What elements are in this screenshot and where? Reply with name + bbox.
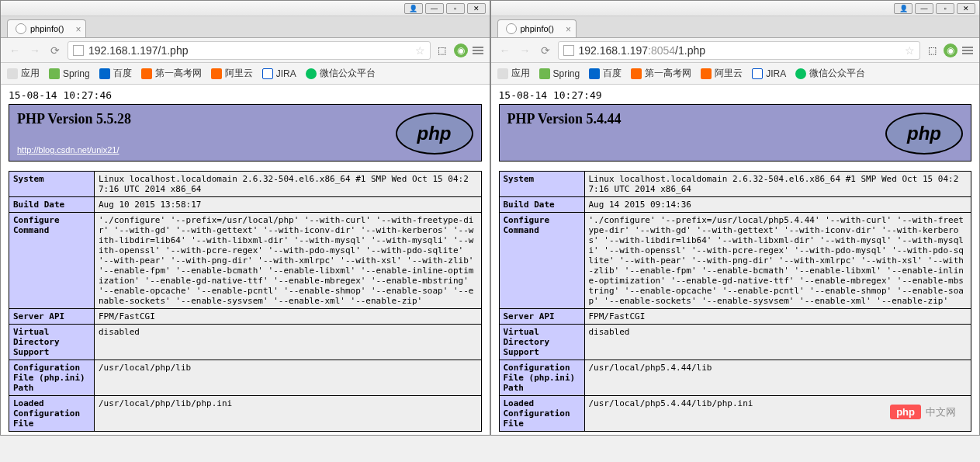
table-row: Virtual Directory Supportdisabled	[499, 325, 971, 360]
menu-icon[interactable]	[473, 47, 483, 54]
phpinfo-table: SystemLinux localhost.localdomain 2.6.32…	[499, 171, 972, 432]
table-row: Virtual Directory Supportdisabled	[9, 325, 482, 360]
php-logo: php	[885, 113, 963, 155]
url-bar: ← → ⟳ 192.168.1.197:8054/1.php ☆ ⬚ ◉	[491, 38, 980, 63]
table-row: Build DateAug 14 2015 09:14:36	[499, 197, 971, 213]
url-input[interactable]: 192.168.1.197:8054/1.php ☆	[558, 41, 921, 60]
spring-icon	[539, 68, 550, 79]
tab-close-icon[interactable]: ×	[75, 24, 81, 35]
browser-tab[interactable]: phpinfo() ×	[497, 19, 577, 37]
aliyun-icon	[211, 68, 222, 79]
reload-button[interactable]: ⟳	[47, 43, 63, 58]
maximize-button[interactable]: ▫	[936, 3, 954, 14]
tab-bar: phpinfo() ×	[491, 16, 980, 38]
close-button[interactable]: ✕	[467, 3, 486, 14]
aliyun-icon	[701, 68, 712, 79]
forward-button[interactable]: →	[27, 43, 43, 58]
table-row: Configure Command'./configure' '--prefix…	[499, 213, 971, 309]
table-row: Loaded Configuration File/usr/local/php/…	[9, 396, 482, 432]
watermark-text: 中文网	[926, 405, 956, 419]
table-row: Server APIFPM/FastCGI	[9, 309, 482, 325]
page-content: 15-08-14 10:27:46 PHP Version 5.5.28 htt…	[1, 85, 490, 435]
bookmark-spring[interactable]: Spring	[49, 68, 90, 79]
bookmark-jira[interactable]: JIRA	[752, 68, 786, 79]
apps-icon	[7, 68, 18, 79]
page-icon	[506, 23, 517, 34]
back-button[interactable]: ←	[7, 43, 23, 58]
table-row: Configuration File (php.ini) Path/usr/lo…	[499, 360, 971, 396]
maximize-button[interactable]: ▫	[446, 3, 465, 14]
url-text: 192.168.1.197:8054/1.php	[579, 44, 902, 57]
reload-button[interactable]: ⟳	[538, 43, 553, 58]
bookmark-gaokao[interactable]: 第一高考网	[141, 67, 202, 80]
browser-window-right: 👤 — ▫ ✕ phpinfo() × ← → ⟳ 192.168.1.197:…	[490, 0, 981, 436]
table-row: Configure Command'./configure' '--prefix…	[9, 213, 482, 309]
tab-close-icon[interactable]: ×	[566, 24, 571, 35]
bookmark-apps[interactable]: 应用	[7, 67, 40, 80]
tab-title: phpinfo()	[30, 24, 64, 33]
bookmarks-bar: 应用 Spring 百度 第一高考网 阿里云 JIRA 微信公众平台	[1, 63, 490, 85]
titlebar: 👤 — ▫ ✕	[1, 1, 490, 16]
close-button[interactable]: ✕	[957, 3, 975, 14]
watermark: php 中文网	[890, 405, 956, 419]
bookmark-apps[interactable]: 应用	[497, 67, 530, 80]
table-row: SystemLinux localhost.localdomain 2.6.32…	[9, 172, 482, 197]
phpinfo-table: SystemLinux localhost.localdomain 2.6.32…	[9, 171, 482, 432]
jira-icon	[752, 68, 763, 79]
phpinfo-header: PHP Version 5.4.44 php	[499, 104, 972, 162]
timestamp: 15-08-14 10:27:46	[9, 88, 482, 102]
user-icon[interactable]: 👤	[404, 3, 423, 14]
back-button[interactable]: ←	[497, 43, 513, 58]
phpinfo-header: PHP Version 5.5.28 http://blog.csdn.net/…	[9, 104, 482, 162]
bookmark-jira[interactable]: JIRA	[262, 68, 296, 79]
jira-icon	[262, 68, 273, 79]
url-input[interactable]: 192.168.1.197/1.php ☆	[68, 41, 431, 60]
bookmark-star-icon[interactable]: ☆	[905, 44, 915, 57]
gaokao-icon	[631, 68, 642, 79]
bookmark-weixin[interactable]: 微信公众平台	[795, 67, 865, 80]
bookmark-aliyun[interactable]: 阿里云	[701, 67, 743, 80]
minimize-button[interactable]: —	[915, 3, 933, 14]
bookmark-baidu[interactable]: 百度	[99, 67, 132, 80]
baidu-icon	[589, 68, 600, 79]
weixin-icon	[306, 68, 317, 79]
minimize-button[interactable]: —	[425, 3, 444, 14]
browser-window-left: 👤 — ▫ ✕ phpinfo() × ← → ⟳ 192.168.1.197/…	[0, 0, 490, 436]
gaokao-icon	[141, 68, 152, 79]
titlebar: 👤 — ▫ ✕	[491, 1, 980, 16]
table-row: Configuration File (php.ini) Path/usr/lo…	[9, 360, 482, 396]
weixin-icon	[795, 68, 806, 79]
forward-button[interactable]: →	[518, 43, 533, 58]
tab-title: phpinfo()	[521, 24, 554, 33]
spring-icon	[49, 68, 60, 79]
table-row: SystemLinux localhost.localdomain 2.6.32…	[499, 172, 971, 197]
page-content: 15-08-14 10:27:49 PHP Version 5.4.44 php…	[491, 85, 980, 435]
php-logo: php	[396, 113, 473, 155]
table-row: Build DateAug 10 2015 13:58:17	[9, 197, 482, 213]
translate-icon[interactable]: ⬚	[435, 43, 449, 57]
bookmark-spring[interactable]: Spring	[539, 68, 580, 79]
timestamp: 15-08-14 10:27:49	[499, 88, 972, 102]
user-icon[interactable]: 👤	[894, 3, 912, 14]
baidu-icon	[99, 68, 110, 79]
translate-icon[interactable]: ⬚	[925, 43, 939, 57]
bookmark-weixin[interactable]: 微信公众平台	[306, 67, 376, 80]
page-icon	[16, 23, 26, 34]
table-row: Server APIFPM/FastCGI	[499, 309, 971, 325]
bookmark-star-icon[interactable]: ☆	[415, 44, 425, 57]
file-icon	[563, 45, 574, 56]
bookmark-baidu[interactable]: 百度	[589, 67, 622, 80]
tab-bar: phpinfo() ×	[1, 16, 490, 38]
menu-icon[interactable]	[962, 47, 973, 54]
globe-icon[interactable]: ◉	[454, 43, 468, 57]
watermark-logo: php	[890, 405, 921, 419]
blog-link[interactable]: http://blog.csdn.net/unix21/	[17, 145, 119, 155]
bookmark-gaokao[interactable]: 第一高考网	[631, 67, 691, 80]
apps-icon	[497, 68, 508, 79]
bookmark-aliyun[interactable]: 阿里云	[211, 67, 253, 80]
browser-tab[interactable]: phpinfo() ×	[7, 19, 86, 37]
globe-icon[interactable]: ◉	[944, 43, 957, 57]
file-icon	[73, 45, 84, 56]
url-text: 192.168.1.197/1.php	[88, 44, 412, 57]
bookmarks-bar: 应用 Spring 百度 第一高考网 阿里云 JIRA 微信公众平台	[491, 63, 980, 85]
